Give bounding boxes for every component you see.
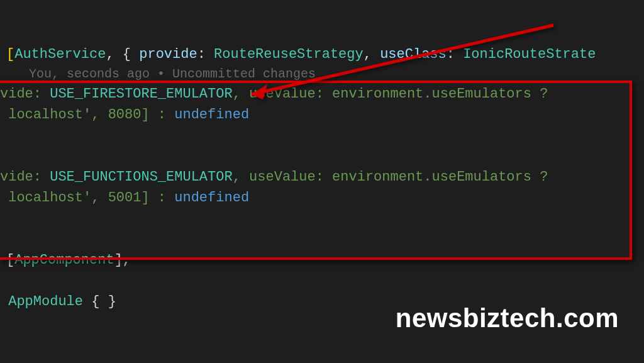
token-punc: , { [106,44,139,65]
token: ] : [141,187,174,208]
blank-line[interactable] [0,208,644,229]
blank-line[interactable] [0,271,644,291]
token: localhost', [0,104,108,125]
token-useclass: useClass [380,44,447,65]
token-ionicroute: IonicRouteStrate [463,44,596,65]
token-undefined: undefined [174,187,249,208]
code-line-3[interactable]: localhost', 8080 ] : undefined [0,104,644,125]
token-appcomponent: AppComponent [14,250,114,271]
token-punc: : [197,44,214,65]
token-punc: : [447,44,463,65]
token: vide: [0,167,50,187]
token: , useValue: environment.useEmulators ? [233,167,548,187]
token-appmodule: AppModule [8,291,83,312]
token: vide: [0,84,50,104]
token-undefined: undefined [174,104,249,125]
token-routestrategy: RouteReuseStrategy [214,44,364,65]
code-line-6[interactable]: [ AppComponent ], [0,250,644,271]
token-punc: , [364,44,380,65]
token-authservice: AuthService [14,44,106,65]
token [0,291,8,312]
token-port: 8080 [108,104,142,125]
token-braces: { } [83,291,116,312]
token-functions-emulator: USE_FUNCTIONS_EMULATOR [50,167,232,187]
code-line-2[interactable]: vide: USE_FIRESTORE_EMULATOR , useValue:… [0,84,644,104]
token: , useValue: environment.useEmulators ? [233,84,548,104]
token-firestore-emulator: USE_FIRESTORE_EMULATOR [50,84,232,104]
blank-line[interactable] [0,229,644,250]
codelens-text: You, seconds ago • Uncommitted changes [29,65,316,84]
token-provide: provide [139,44,197,65]
token-port: 5001 [108,187,142,208]
git-codelens[interactable]: You, seconds ago • Uncommitted changes [0,65,644,84]
blank-line[interactable] [0,125,644,146]
code-line-5[interactable]: localhost', 5001 ] : undefined [0,187,644,208]
blank-line[interactable] [0,146,644,167]
code-editor[interactable]: [ AuthService , { provide : RouteReuseSt… [0,0,644,312]
token: localhost', [0,187,108,208]
watermark: newsbiztech.com [396,298,619,338]
token-punc: ], [114,250,131,271]
code-line-4[interactable]: vide: USE_FUNCTIONS_EMULATOR , useValue:… [0,167,644,187]
token: ] : [141,104,174,125]
token-bracket: [ [6,250,14,271]
bracket-open: [ [6,44,14,65]
code-line-1[interactable]: [ AuthService , { provide : RouteReuseSt… [0,44,644,65]
